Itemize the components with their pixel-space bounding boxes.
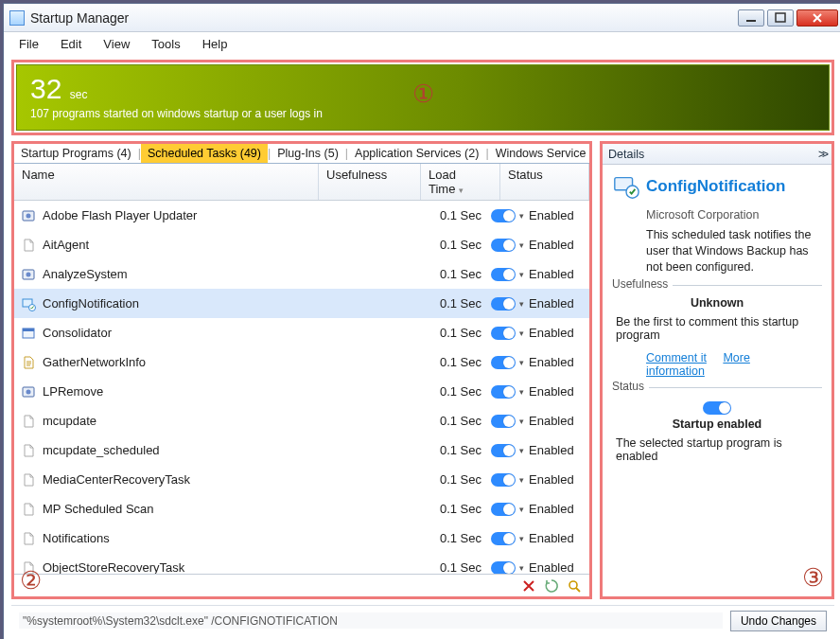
tab-1[interactable]: Scheduled Tasks (49)	[141, 144, 268, 163]
menu-help[interactable]: Help	[193, 35, 237, 53]
tab-0[interactable]: Startup Programs (4)	[14, 144, 138, 163]
close-button[interactable]	[796, 9, 838, 27]
table-row[interactable]: MediaCenterRecoveryTask0.1 Sec▾Enabled	[14, 465, 589, 494]
row-status: Enabled	[529, 384, 586, 399]
row-toggle[interactable]	[491, 503, 519, 516]
chevron-down-icon[interactable]: ▾	[519, 446, 529, 455]
status-legend: Status	[612, 380, 649, 393]
menu-edit[interactable]: Edit	[51, 35, 91, 53]
row-loadtime: 0.1 Sec	[415, 443, 491, 457]
row-icon	[20, 501, 37, 518]
undo-changes-button[interactable]: Undo Changes	[730, 611, 827, 631]
menu-view[interactable]: View	[94, 35, 139, 53]
chevron-down-icon[interactable]: ▾	[519, 240, 529, 250]
table-row[interactable]: Consolidator0.1 Sec▾Enabled	[14, 318, 589, 347]
details-title: ConfigNotification	[646, 177, 785, 196]
row-icon	[20, 207, 37, 224]
chevron-down-icon[interactable]: ▾	[519, 211, 529, 221]
chevron-down-icon[interactable]: ▾	[519, 417, 529, 426]
table-row[interactable]: MP Scheduled Scan0.1 Sec▾Enabled	[14, 494, 589, 524]
minimize-button[interactable]	[738, 9, 764, 27]
chevron-down-icon[interactable]: ▾	[519, 475, 529, 485]
row-loadtime: 0.1 Sec	[415, 267, 491, 281]
col-name[interactable]: Name	[14, 164, 319, 200]
table-row[interactable]: Notifications0.1 Sec▾Enabled	[14, 524, 589, 553]
col-loadtime[interactable]: Load Time	[421, 164, 500, 200]
table-row[interactable]: mcupdate_scheduled0.1 Sec▾Enabled	[14, 435, 589, 465]
row-loadtime: 0.1 Sec	[415, 355, 491, 369]
chevron-right-icon: >>	[818, 148, 826, 161]
startup-time-banner: 32 sec 107 programs started on windows s…	[16, 64, 830, 131]
row-name: Adobe Flash Player Updater	[43, 208, 313, 222]
row-status: Enabled	[529, 238, 586, 252]
delete-icon[interactable]	[521, 578, 536, 594]
tab-4[interactable]: Windows Service	[489, 144, 589, 163]
chevron-down-icon[interactable]: ▾	[519, 299, 529, 309]
row-icon	[20, 442, 37, 459]
status-section: Status Startup enabled The selected star…	[612, 387, 822, 463]
maximize-button[interactable]	[767, 9, 794, 27]
row-toggle[interactable]	[491, 415, 519, 428]
task-icon	[612, 172, 640, 201]
svg-rect-1	[776, 13, 785, 22]
footer: "%systemroot%\System32\sdclt.exe" /CONFI…	[11, 605, 834, 635]
details-header[interactable]: Details >>	[603, 144, 831, 165]
row-toggle[interactable]	[491, 561, 519, 575]
row-name: AnalyzeSystem	[43, 267, 313, 281]
usefulness-legend: Usefulness	[612, 277, 673, 291]
menu-file[interactable]: File	[9, 35, 48, 53]
window-buttons	[738, 9, 840, 27]
row-toggle[interactable]	[491, 532, 519, 545]
app-window: Startup Manager File Edit View Tools Hel…	[3, 3, 840, 639]
banner-region: 32 sec 107 programs started on windows s…	[11, 60, 834, 135]
row-status: Enabled	[529, 326, 586, 340]
row-toggle[interactable]	[491, 444, 519, 457]
table-row[interactable]: AitAgent0.1 Sec▾Enabled	[14, 230, 589, 259]
row-toggle[interactable]	[491, 297, 519, 311]
chevron-down-icon[interactable]: ▾	[519, 534, 529, 543]
svg-point-5	[26, 272, 31, 276]
table-row[interactable]: Adobe Flash Player Updater0.1 Sec▾Enable…	[14, 201, 589, 230]
row-toggle[interactable]	[491, 209, 519, 222]
col-status[interactable]: Status	[500, 164, 589, 200]
row-icon	[20, 530, 37, 547]
row-loadtime: 0.1 Sec	[415, 531, 491, 545]
table-row[interactable]: GatherNetworkInfo0.1 Sec▾Enabled	[14, 347, 589, 377]
chevron-down-icon[interactable]: ▾	[519, 387, 529, 397]
row-status: Enabled	[529, 208, 586, 222]
usefulness-note: Be the first to comment this startup pro…	[616, 315, 818, 342]
svg-point-3	[26, 213, 31, 218]
menu-tools[interactable]: Tools	[142, 35, 189, 53]
row-toggle[interactable]	[491, 473, 519, 487]
chevron-down-icon[interactable]: ▾	[519, 563, 529, 573]
row-toggle[interactable]	[491, 327, 519, 340]
row-toggle[interactable]	[491, 385, 519, 399]
status-value: Startup enabled	[612, 417, 822, 431]
table-header: Name Usefulness Load Time Status	[14, 164, 589, 201]
list-panel: Startup Programs (4)|Scheduled Tasks (49…	[11, 141, 592, 599]
search-icon[interactable]	[567, 578, 582, 594]
row-toggle[interactable]	[491, 356, 519, 369]
tab-2[interactable]: Plug-Ins (5)	[271, 144, 345, 163]
chevron-down-icon[interactable]: ▾	[519, 270, 529, 279]
row-toggle[interactable]	[491, 239, 519, 252]
comment-link[interactable]: Comment it	[646, 351, 707, 364]
table-row[interactable]: AnalyzeSystem0.1 Sec▾Enabled	[14, 259, 589, 289]
table-row[interactable]: mcupdate0.1 Sec▾Enabled	[14, 406, 589, 435]
table-row[interactable]: ObjectStoreRecoveryTask0.1 Sec▾Enabled	[14, 553, 589, 574]
chevron-down-icon[interactable]: ▾	[519, 505, 529, 514]
table-row[interactable]: ConfigNotification0.1 Sec▾Enabled	[14, 289, 589, 318]
row-name: Notifications	[43, 531, 313, 545]
chevron-down-icon[interactable]: ▾	[519, 328, 529, 338]
row-status: Enabled	[529, 502, 586, 516]
svg-rect-9	[23, 328, 34, 331]
row-status: Enabled	[529, 414, 586, 428]
tab-3[interactable]: Application Services (2)	[348, 144, 485, 163]
chevron-down-icon[interactable]: ▾	[519, 358, 529, 367]
col-usefulness[interactable]: Usefulness	[319, 164, 421, 200]
row-toggle[interactable]	[491, 268, 519, 281]
row-name: LPRemove	[43, 384, 313, 399]
status-toggle[interactable]	[703, 401, 731, 415]
refresh-icon[interactable]	[544, 578, 559, 594]
table-row[interactable]: LPRemove0.1 Sec▾Enabled	[14, 377, 589, 406]
